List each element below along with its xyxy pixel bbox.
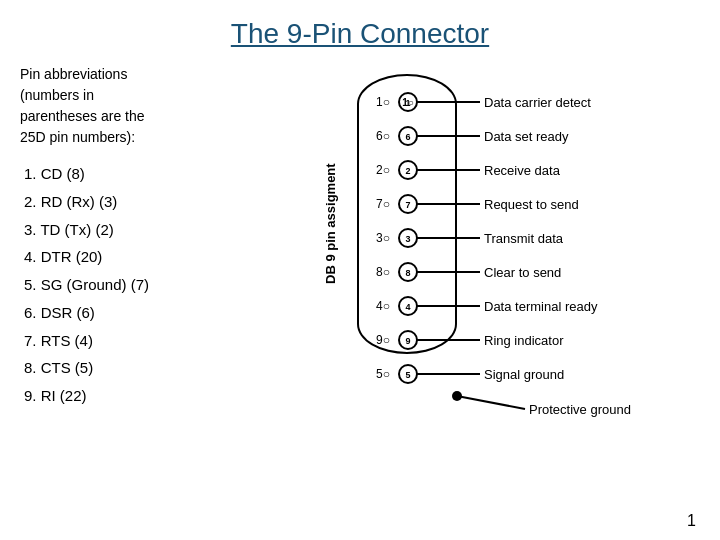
list-item: 9. RI (22) [20,382,280,410]
left-panel: Pin abbreviations (numbers in parenthese… [20,64,280,424]
pin-signal-9: Ring indicator [484,333,564,348]
pin-signal-1: Data carrier detect [484,95,591,110]
pin-list: 1. CD (8) 2. RD (Rx) (3) 3. TD (Tx) (2) … [20,160,280,410]
pin-signal-3: Transmit data [484,231,564,246]
pin-inner-1: 1 [405,98,410,108]
pin-left-7: 7○ [376,197,390,211]
pin-left-9: 9○ [376,333,390,347]
page-number: 1 [687,512,696,530]
pin-left-3: 3○ [376,231,390,245]
page-title: The 9-Pin Connector [0,18,720,50]
pin-left-2: 2○ [376,163,390,177]
list-item: 4. DTR (20) [20,243,280,271]
pin-inner-9: 9 [405,336,410,346]
right-panel: DB 9 pin assigment 1○ Data carrier detec… [280,64,700,424]
pin-signal-6: Data set ready [484,129,569,144]
connector-svg: 1○ Data carrier detect Data set ready Re… [295,64,685,424]
protective-ground-text: Protective ground [529,402,631,417]
pg-line [457,396,525,409]
list-item: 3. TD (Tx) (2) [20,216,280,244]
pin-inner-7: 7 [405,200,410,210]
pin-description: Pin abbreviations (numbers in parenthese… [20,64,280,148]
pin-inner-3: 3 [405,234,410,244]
pin-signal-4: Data terminal ready [484,299,598,314]
connector-diagram: DB 9 pin assigment 1○ Data carrier detec… [295,64,685,424]
list-item: 6. DSR (6) [20,299,280,327]
pin-inner-6: 6 [405,132,410,142]
pin-left-4: 4○ [376,299,390,313]
pin-signal-8: Clear to send [484,265,561,280]
pin-left-5: 5○ [376,367,390,381]
pin-inner-2: 2 [405,166,410,176]
list-item: 5. SG (Ground) (7) [20,271,280,299]
pin-inner-5: 5 [405,370,410,380]
list-item: 8. CTS (5) [20,354,280,382]
pin-left-1: 1○ [376,95,390,109]
pin-signal-2: Receive data [484,163,561,178]
pin-left-8: 8○ [376,265,390,279]
list-item: 1. CD (8) [20,160,280,188]
pin-left-6: 6○ [376,129,390,143]
list-item: 7. RTS (4) [20,327,280,355]
pin-signal-5: Signal ground [484,367,564,382]
pin-inner-4: 4 [405,302,410,312]
list-item: 2. RD (Rx) (3) [20,188,280,216]
pin-signal-7: Request to send [484,197,579,212]
pin-inner-8: 8 [405,268,410,278]
